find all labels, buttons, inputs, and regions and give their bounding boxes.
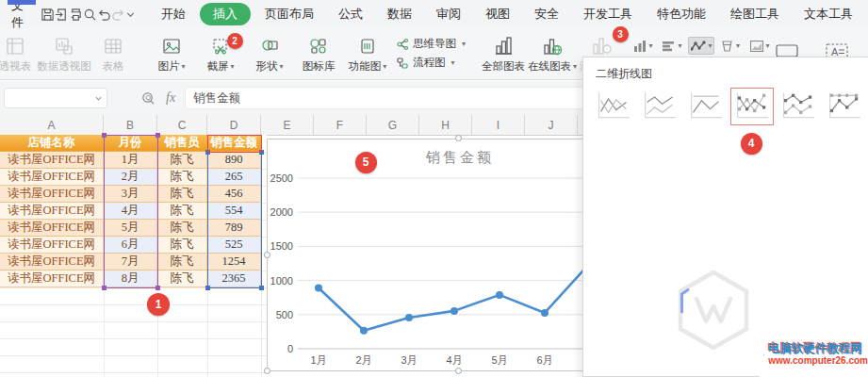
table-cell[interactable]: 525 [207, 237, 261, 254]
table-cell[interactable]: 陈飞 [157, 270, 207, 287]
tab-数据[interactable]: 数据 [375, 2, 424, 26]
annotation-step-2: 2 [227, 33, 243, 49]
print-preview-icon[interactable] [83, 4, 97, 25]
percent-stacked-line-chart-thumb[interactable] [684, 88, 728, 125]
chart-resize-handle-left[interactable] [264, 252, 270, 258]
table-header-cell[interactable]: 月份 [104, 135, 157, 152]
table-header-cell[interactable]: 店铺名称 [0, 135, 104, 152]
pivot-table-button[interactable]: 透视表 [0, 34, 40, 74]
tab-开始[interactable]: 开始 [149, 2, 198, 26]
chart-resize-handle-corner[interactable] [264, 368, 270, 374]
tab-页面布局[interactable]: 页面布局 [253, 2, 326, 26]
table-cell[interactable]: 读书屋OFFICE网 [0, 237, 104, 254]
tab-公式[interactable]: 公式 [326, 2, 375, 26]
print-icon[interactable] [69, 4, 83, 25]
picture-button[interactable]: 图片▾ [147, 34, 196, 74]
table-cell[interactable]: 8月 [104, 270, 157, 287]
column-header-C[interactable]: C [157, 115, 207, 135]
magnifier-icon[interactable]: Q [138, 88, 158, 108]
tab-绘图工具[interactable]: 绘图工具 [718, 2, 792, 26]
table-row: 读书屋OFFICE网3月陈飞456 [0, 186, 261, 203]
table-header-cell[interactable]: 销售金额 [207, 135, 261, 152]
name-box[interactable] [4, 88, 107, 108]
annotation-step-4: 4 [741, 133, 762, 155]
table-cell[interactable]: 读书屋OFFICE网 [0, 220, 104, 237]
column-header-G[interactable]: G [367, 115, 419, 135]
menu-tab-bar: 文件 开始插入页面布局公式数据审阅视图安全开发工具特色功能绘图工具文本工具图表工… [0, 0, 868, 28]
tab-视图[interactable]: 视图 [473, 2, 522, 26]
table-cell[interactable]: 陈飞 [157, 186, 207, 203]
table-cell[interactable]: 6月 [104, 237, 157, 254]
line-chart-thumb[interactable] [592, 88, 635, 125]
more-commands-icon[interactable] [125, 4, 136, 25]
online-charts-button[interactable]: 在线图表▾ [528, 34, 577, 74]
redo-icon[interactable] [111, 4, 125, 25]
insert-area-chart-button[interactable]: ▾ [746, 37, 773, 55]
table-header-cell[interactable]: 销售员 [157, 135, 207, 152]
table-row: 读书屋OFFICE网7月陈飞1254 [0, 254, 261, 270]
shapes-button[interactable]: 形状▾ [245, 34, 294, 74]
percent-stacked-line-with-markers-chart-thumb[interactable] [823, 88, 866, 125]
table-cell[interactable]: 5月 [104, 220, 157, 237]
table-cell[interactable]: 890 [207, 152, 261, 169]
tab-审阅[interactable]: 审阅 [424, 2, 473, 26]
table-cell[interactable]: 陈飞 [157, 237, 207, 254]
column-header-H[interactable]: H [419, 115, 472, 135]
table-cell[interactable]: 读书屋OFFICE网 [0, 186, 104, 203]
column-header-J[interactable]: J [525, 115, 578, 135]
icon-library-button[interactable]: 图标库 [294, 34, 343, 74]
table-cell[interactable]: 陈飞 [157, 152, 207, 169]
formula-input[interactable]: 销售金额 [185, 87, 584, 109]
insert-column-chart-button[interactable]: ▾ [630, 37, 656, 55]
pivot-chart-button[interactable]: 数据透视图 [40, 34, 89, 74]
table-cell[interactable]: 3月 [104, 186, 157, 203]
tab-开发工具[interactable]: 开发工具 [571, 2, 645, 26]
insert-pie-chart-button[interactable]: ▾ [717, 37, 744, 55]
table-cell[interactable]: 陈飞 [157, 254, 207, 270]
table-cell[interactable]: 2月 [104, 169, 157, 186]
all-charts-button[interactable]: 全部图表 [479, 34, 528, 74]
table-button[interactable]: 表格 [89, 34, 138, 74]
line-with-markers-chart-thumb[interactable] [730, 88, 774, 125]
tab-安全[interactable]: 安全 [522, 2, 571, 26]
table-cell[interactable]: 4月 [104, 203, 157, 220]
column-header-A[interactable]: A [0, 115, 104, 135]
flowchart-button[interactable]: 流程图▾ [396, 56, 466, 70]
table-cell[interactable]: 1月 [104, 152, 157, 169]
chart-resize-handle-top[interactable] [455, 135, 462, 141]
function-diagram-button[interactable]: 功能图▾ [343, 34, 392, 74]
mindmap-button[interactable]: 思维导图▾ [396, 37, 466, 51]
stacked-line-with-markers-chart-thumb[interactable] [777, 88, 820, 125]
table-cell[interactable]: 2365 [207, 270, 261, 287]
table-cell[interactable]: 陈飞 [157, 220, 207, 237]
table-cell[interactable]: 789 [207, 220, 261, 237]
table-cell[interactable]: 读书屋OFFICE网 [0, 270, 104, 287]
column-header-D[interactable]: D [207, 115, 261, 135]
table-cell[interactable]: 陈飞 [157, 169, 207, 186]
tab-特色功能[interactable]: 特色功能 [645, 2, 718, 26]
table-cell[interactable]: 1254 [207, 254, 261, 270]
stacked-line-chart-thumb[interactable] [638, 88, 681, 125]
table-cell[interactable]: 读书屋OFFICE网 [0, 169, 104, 186]
table-cell[interactable]: 554 [207, 203, 261, 220]
chart-resize-handle-bottom[interactable] [455, 368, 462, 374]
column-header-F[interactable]: F [314, 115, 367, 135]
table-cell[interactable]: 456 [207, 186, 261, 203]
export-pdf-icon[interactable] [55, 4, 69, 25]
table-cell[interactable]: 7月 [104, 254, 157, 270]
tab-插入[interactable]: 插入 [200, 3, 251, 25]
tab-文本工具[interactable]: 文本工具 [792, 2, 865, 26]
icon-library-icon [308, 35, 329, 57]
table-cell[interactable]: 陈飞 [157, 203, 207, 220]
save-icon[interactable] [41, 4, 55, 25]
column-header-E[interactable]: E [261, 115, 314, 135]
table-cell[interactable]: 读书屋OFFICE网 [0, 203, 104, 220]
insert-bar-chart-button[interactable]: ▾ [659, 37, 685, 55]
table-cell[interactable]: 读书屋OFFICE网 [0, 254, 104, 270]
table-cell[interactable]: 读书屋OFFICE网 [0, 152, 104, 169]
column-header-B[interactable]: B [104, 115, 157, 135]
table-cell[interactable]: 265 [207, 169, 261, 186]
column-header-I[interactable]: I [472, 115, 525, 135]
insert-line-chart-button[interactable]: ▾ [688, 37, 714, 55]
undo-icon[interactable] [97, 4, 111, 25]
